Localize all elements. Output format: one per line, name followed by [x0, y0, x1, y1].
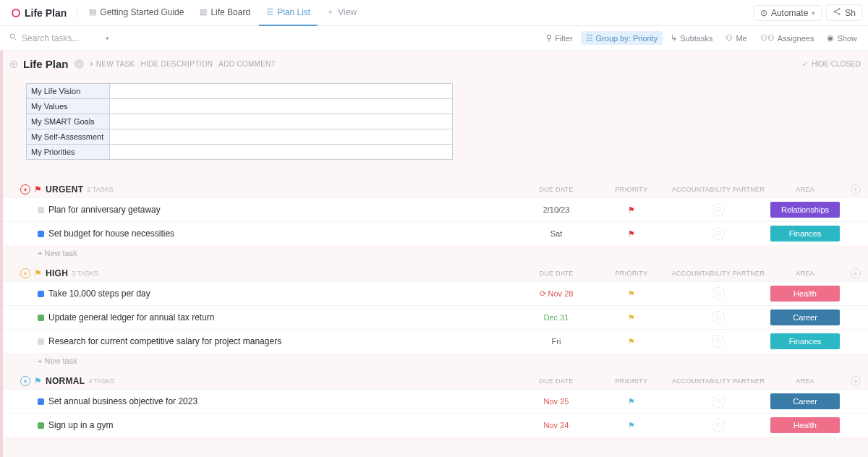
chevron-down-icon[interactable]: ▾: [106, 35, 109, 42]
priority-cell[interactable]: ⚑: [596, 397, 667, 406]
priority-cell[interactable]: ⚑: [596, 421, 667, 430]
svg-point-1: [834, 11, 835, 12]
grid-row-value[interactable]: [110, 99, 452, 114]
filter-button[interactable]: ⚲ Filter: [541, 31, 577, 45]
priority-cell[interactable]: ⚑: [596, 337, 667, 346]
accountability-cell[interactable]: ⚇: [671, 419, 765, 432]
tab-add-view[interactable]: ＋ View: [319, 0, 364, 26]
grid-row-value[interactable]: [110, 84, 452, 98]
assignee-placeholder-icon[interactable]: ⚇: [712, 227, 725, 240]
due-date-cell[interactable]: ⟳Nov 28: [521, 289, 592, 299]
column-header-area: AREA: [770, 186, 841, 193]
collapse-toggle-icon[interactable]: ▾: [20, 268, 30, 278]
flag-icon: ⚑: [34, 184, 42, 195]
new-task-row[interactable]: + New task: [3, 353, 868, 369]
task-row[interactable]: Set annual business objective for 2023No…: [3, 389, 868, 413]
priority-cell[interactable]: ⚑: [596, 289, 667, 299]
status-square-icon[interactable]: [38, 291, 44, 297]
accountability-cell[interactable]: ⚇: [671, 395, 765, 408]
info-icon[interactable]: i: [75, 59, 84, 69]
area-cell[interactable]: Career: [770, 393, 841, 409]
area-tag: Health: [770, 417, 840, 433]
accountability-cell[interactable]: ⚇: [671, 335, 765, 348]
column-header-due: DUE DATE: [521, 377, 592, 385]
priority-flag-icon: ⚑: [628, 337, 635, 346]
assignee-placeholder-icon[interactable]: ⚇: [712, 419, 725, 432]
hide-closed-action[interactable]: HIDE CLOSED: [812, 60, 861, 68]
automate-button[interactable]: ⊙ Automate ▾: [754, 5, 822, 21]
search-input[interactable]: [22, 33, 101, 43]
status-square-icon[interactable]: [38, 338, 44, 345]
task-row[interactable]: Research for current competitive salary …: [3, 329, 868, 353]
assignee-placeholder-icon[interactable]: ⚇: [712, 335, 725, 348]
priority-cell[interactable]: ⚑: [596, 229, 667, 239]
status-square-icon[interactable]: [38, 315, 44, 321]
add-column-icon[interactable]: +: [851, 376, 861, 386]
due-date-cell[interactable]: 2/10/23: [521, 205, 592, 214]
hide-description-action[interactable]: HIDE DESCRIPTION: [140, 60, 213, 68]
due-date-cell[interactable]: Nov 25: [521, 397, 592, 406]
assignees-button[interactable]: ⚇⚇ Assignees: [755, 31, 820, 45]
main-area: ▾ Life Plan i + NEW TASK HIDE DESCRIPTIO…: [0, 51, 868, 457]
show-button[interactable]: ◉ Show: [822, 31, 862, 45]
groups-container: ▾⚑URGENT2 TASKSDUE DATEPRIORITYACCOUNTAB…: [3, 181, 868, 437]
assignee-placeholder-icon[interactable]: ⚇: [712, 395, 725, 408]
accountability-cell[interactable]: ⚇: [671, 203, 765, 216]
task-row[interactable]: Take 10,000 steps per day⟳Nov 28⚑⚇Health: [3, 281, 868, 305]
automate-label: Automate: [771, 8, 808, 18]
accountability-cell[interactable]: ⚇: [671, 227, 765, 240]
task-row[interactable]: Update general ledger for annual tax ret…: [3, 305, 868, 329]
flag-icon: ⚑: [34, 376, 42, 386]
area-cell[interactable]: Finances: [770, 226, 841, 242]
collapse-toggle-icon[interactable]: ▾: [20, 376, 30, 386]
status-square-icon[interactable]: [38, 231, 44, 237]
task-row[interactable]: Set budget for house necessitiesSat⚑⚇Fin…: [3, 221, 868, 245]
tab-life-board[interactable]: ▥ Life Board: [192, 0, 258, 26]
task-title: Take 10,000 steps per day: [48, 289, 516, 299]
area-cell[interactable]: Health: [770, 286, 841, 302]
assignee-placeholder-icon[interactable]: ⚇: [712, 311, 725, 324]
subtasks-button[interactable]: ↳ Subtasks: [665, 31, 718, 45]
accountability-cell[interactable]: ⚇: [671, 287, 765, 300]
due-date-cell[interactable]: Dec 31: [521, 313, 592, 322]
doc-icon: ▤: [89, 7, 96, 17]
collapse-list-icon[interactable]: ▾: [10, 61, 17, 68]
me-button[interactable]: ⚇ Me: [720, 31, 752, 45]
due-date-cell[interactable]: Sat: [521, 229, 592, 238]
search-icon: [9, 33, 17, 43]
task-row[interactable]: Sign up in a gymNov 24⚑⚇Health: [3, 413, 868, 437]
add-column-icon[interactable]: +: [851, 184, 861, 195]
grid-row-value[interactable]: [110, 145, 452, 159]
status-square-icon[interactable]: [38, 398, 44, 405]
task-row[interactable]: Plan for anniversary getaway2/10/23⚑⚇Rel…: [3, 197, 868, 221]
assignee-placeholder-icon[interactable]: ⚇: [712, 203, 725, 216]
tab-plan-list[interactable]: ☰ Plan List: [259, 0, 318, 26]
grid-row-value[interactable]: [110, 129, 452, 144]
groupby-button[interactable]: ☷ Group by: Priority: [581, 31, 663, 45]
due-date-cell[interactable]: Fri: [521, 337, 592, 346]
assignee-placeholder-icon[interactable]: ⚇: [712, 287, 725, 300]
collapse-toggle-icon[interactable]: ▾: [20, 184, 30, 195]
grid-row-label: My Self-Assessment: [27, 129, 110, 144]
grid-row-value[interactable]: [110, 114, 452, 129]
due-date-value: Dec 31: [544, 313, 569, 322]
task-title: Set budget for house necessities: [48, 228, 516, 239]
area-cell[interactable]: Health: [770, 417, 841, 433]
area-cell[interactable]: Relationships: [770, 202, 841, 218]
priority-cell[interactable]: ⚑: [596, 313, 667, 323]
new-task-action[interactable]: + NEW TASK: [90, 60, 135, 68]
status-square-icon[interactable]: [38, 422, 44, 429]
accountability-cell[interactable]: ⚇: [671, 311, 765, 324]
due-date-cell[interactable]: Nov 24: [521, 421, 592, 430]
add-column-icon[interactable]: +: [851, 268, 861, 278]
add-comment-action[interactable]: ADD COMMENT: [218, 60, 276, 68]
share-button[interactable]: Sh: [826, 4, 862, 21]
search-wrap[interactable]: ▾: [6, 33, 112, 43]
divider: [77, 7, 77, 20]
tab-getting-started[interactable]: ▤ Getting Started Guide: [82, 0, 191, 26]
new-task-row[interactable]: + New task: [3, 245, 868, 261]
status-square-icon[interactable]: [38, 207, 44, 213]
area-cell[interactable]: Finances: [770, 333, 841, 349]
priority-cell[interactable]: ⚑: [596, 205, 667, 215]
area-cell[interactable]: Career: [770, 309, 841, 325]
